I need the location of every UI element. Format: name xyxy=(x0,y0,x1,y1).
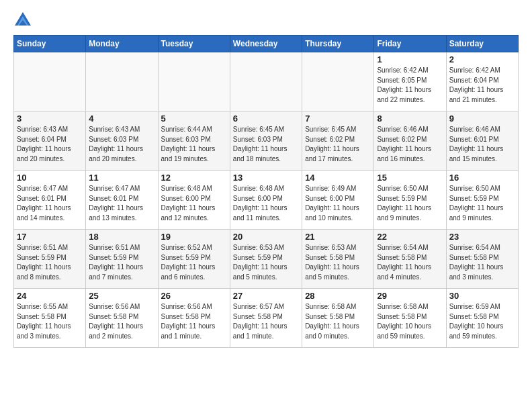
calendar-week-row: 1Sunrise: 6:42 AM Sunset: 6:05 PM Daylig… xyxy=(14,52,519,111)
calendar-cell: 4Sunrise: 6:43 AM Sunset: 6:03 PM Daylig… xyxy=(86,111,158,171)
weekday-header: Tuesday xyxy=(158,36,230,52)
day-detail: Sunrise: 6:45 AM Sunset: 6:03 PM Dayligh… xyxy=(233,125,299,164)
day-number: 14 xyxy=(305,173,371,183)
calendar-cell: 11Sunrise: 6:47 AM Sunset: 6:01 PM Dayli… xyxy=(86,171,158,230)
calendar-cell: 19Sunrise: 6:52 AM Sunset: 5:59 PM Dayli… xyxy=(158,230,230,289)
weekday-row: SundayMondayTuesdayWednesdayThursdayFrid… xyxy=(14,36,519,52)
day-detail: Sunrise: 6:47 AM Sunset: 6:01 PM Dayligh… xyxy=(89,184,154,223)
day-detail: Sunrise: 6:52 AM Sunset: 5:59 PM Dayligh… xyxy=(161,243,227,282)
calendar-table: SundayMondayTuesdayWednesdayThursdayFrid… xyxy=(13,35,519,348)
calendar-cell: 14Sunrise: 6:49 AM Sunset: 6:00 PM Dayli… xyxy=(302,171,374,230)
calendar-cell: 8Sunrise: 6:46 AM Sunset: 6:02 PM Daylig… xyxy=(374,111,446,171)
day-number: 30 xyxy=(449,291,515,301)
calendar-week-row: 10Sunrise: 6:47 AM Sunset: 6:01 PM Dayli… xyxy=(14,171,519,230)
day-number: 19 xyxy=(161,232,227,242)
day-detail: Sunrise: 6:54 AM Sunset: 5:58 PM Dayligh… xyxy=(377,243,443,282)
calendar-cell: 29Sunrise: 6:58 AM Sunset: 5:58 PM Dayli… xyxy=(374,289,446,348)
day-number: 18 xyxy=(89,232,154,242)
day-number: 5 xyxy=(161,113,227,124)
weekday-header: Wednesday xyxy=(230,36,302,52)
calendar-week-row: 24Sunrise: 6:55 AM Sunset: 5:58 PM Dayli… xyxy=(14,289,519,348)
day-detail: Sunrise: 6:47 AM Sunset: 6:01 PM Dayligh… xyxy=(17,184,83,223)
day-detail: Sunrise: 6:51 AM Sunset: 5:59 PM Dayligh… xyxy=(17,243,83,282)
calendar-cell: 20Sunrise: 6:53 AM Sunset: 5:59 PM Dayli… xyxy=(230,230,302,289)
day-number: 12 xyxy=(161,173,227,183)
day-number: 9 xyxy=(449,113,515,124)
day-detail: Sunrise: 6:58 AM Sunset: 5:58 PM Dayligh… xyxy=(377,302,443,341)
day-detail: Sunrise: 6:46 AM Sunset: 6:01 PM Dayligh… xyxy=(449,125,515,164)
day-detail: Sunrise: 6:45 AM Sunset: 6:02 PM Dayligh… xyxy=(305,125,371,164)
calendar-cell: 10Sunrise: 6:47 AM Sunset: 6:01 PM Dayli… xyxy=(14,171,86,230)
calendar-cell xyxy=(86,52,158,111)
day-number: 4 xyxy=(89,113,154,124)
day-number: 28 xyxy=(305,291,371,301)
day-number: 24 xyxy=(17,291,83,301)
calendar-cell: 3Sunrise: 6:43 AM Sunset: 6:04 PM Daylig… xyxy=(14,111,86,171)
calendar-cell: 12Sunrise: 6:48 AM Sunset: 6:00 PM Dayli… xyxy=(158,171,230,230)
day-detail: Sunrise: 6:43 AM Sunset: 6:03 PM Dayligh… xyxy=(89,125,154,164)
day-detail: Sunrise: 6:57 AM Sunset: 5:58 PM Dayligh… xyxy=(233,302,299,341)
day-number: 17 xyxy=(17,232,83,242)
calendar-cell xyxy=(302,52,374,111)
calendar-cell: 7Sunrise: 6:45 AM Sunset: 6:02 PM Daylig… xyxy=(302,111,374,171)
calendar-cell: 15Sunrise: 6:50 AM Sunset: 5:59 PM Dayli… xyxy=(374,171,446,230)
page: SundayMondayTuesdayWednesdayThursdayFrid… xyxy=(0,0,532,359)
day-number: 1 xyxy=(377,54,443,64)
day-number: 22 xyxy=(377,232,443,242)
day-detail: Sunrise: 6:53 AM Sunset: 5:59 PM Dayligh… xyxy=(233,243,299,282)
day-detail: Sunrise: 6:46 AM Sunset: 6:02 PM Dayligh… xyxy=(377,125,443,164)
day-number: 25 xyxy=(89,291,154,301)
calendar-cell: 9Sunrise: 6:46 AM Sunset: 6:01 PM Daylig… xyxy=(446,111,518,171)
day-number: 21 xyxy=(305,232,371,242)
calendar-cell: 25Sunrise: 6:56 AM Sunset: 5:58 PM Dayli… xyxy=(86,289,158,348)
day-detail: Sunrise: 6:54 AM Sunset: 5:58 PM Dayligh… xyxy=(449,243,515,282)
calendar-cell: 27Sunrise: 6:57 AM Sunset: 5:58 PM Dayli… xyxy=(230,289,302,348)
day-detail: Sunrise: 6:50 AM Sunset: 5:59 PM Dayligh… xyxy=(377,184,443,223)
day-detail: Sunrise: 6:51 AM Sunset: 5:59 PM Dayligh… xyxy=(89,243,154,282)
calendar-week-row: 3Sunrise: 6:43 AM Sunset: 6:04 PM Daylig… xyxy=(14,111,519,171)
day-number: 23 xyxy=(449,232,515,242)
day-number: 7 xyxy=(305,113,371,124)
calendar-cell: 18Sunrise: 6:51 AM Sunset: 5:59 PM Dayli… xyxy=(86,230,158,289)
day-detail: Sunrise: 6:50 AM Sunset: 5:59 PM Dayligh… xyxy=(449,184,515,223)
day-detail: Sunrise: 6:48 AM Sunset: 6:00 PM Dayligh… xyxy=(161,184,227,223)
day-detail: Sunrise: 6:58 AM Sunset: 5:58 PM Dayligh… xyxy=(305,302,371,341)
day-detail: Sunrise: 6:56 AM Sunset: 5:58 PM Dayligh… xyxy=(161,302,227,341)
calendar-cell: 28Sunrise: 6:58 AM Sunset: 5:58 PM Dayli… xyxy=(302,289,374,348)
day-detail: Sunrise: 6:48 AM Sunset: 6:00 PM Dayligh… xyxy=(233,184,299,223)
weekday-header: Friday xyxy=(374,36,446,52)
day-detail: Sunrise: 6:55 AM Sunset: 5:58 PM Dayligh… xyxy=(17,302,83,341)
calendar-body: 1Sunrise: 6:42 AM Sunset: 6:05 PM Daylig… xyxy=(14,52,519,348)
calendar-cell: 5Sunrise: 6:44 AM Sunset: 6:03 PM Daylig… xyxy=(158,111,230,171)
calendar-cell xyxy=(230,52,302,111)
day-number: 8 xyxy=(377,113,443,124)
calendar-cell: 2Sunrise: 6:42 AM Sunset: 6:04 PM Daylig… xyxy=(446,52,518,111)
day-detail: Sunrise: 6:53 AM Sunset: 5:58 PM Dayligh… xyxy=(305,243,371,282)
day-number: 26 xyxy=(161,291,227,301)
calendar-cell: 26Sunrise: 6:56 AM Sunset: 5:58 PM Dayli… xyxy=(158,289,230,348)
logo-icon xyxy=(13,11,32,30)
calendar-cell xyxy=(158,52,230,111)
day-number: 15 xyxy=(377,173,443,183)
day-number: 6 xyxy=(233,113,299,124)
weekday-header: Saturday xyxy=(446,36,518,52)
day-number: 13 xyxy=(233,173,299,183)
header xyxy=(13,11,519,30)
day-number: 3 xyxy=(17,113,83,124)
day-number: 11 xyxy=(89,173,154,183)
weekday-header: Thursday xyxy=(302,36,374,52)
day-number: 29 xyxy=(377,291,443,301)
calendar-cell: 17Sunrise: 6:51 AM Sunset: 5:59 PM Dayli… xyxy=(14,230,86,289)
day-detail: Sunrise: 6:44 AM Sunset: 6:03 PM Dayligh… xyxy=(161,125,227,164)
calendar-cell: 13Sunrise: 6:48 AM Sunset: 6:00 PM Dayli… xyxy=(230,171,302,230)
calendar-week-row: 17Sunrise: 6:51 AM Sunset: 5:59 PM Dayli… xyxy=(14,230,519,289)
day-number: 20 xyxy=(233,232,299,242)
calendar-cell: 24Sunrise: 6:55 AM Sunset: 5:58 PM Dayli… xyxy=(14,289,86,348)
calendar-cell: 16Sunrise: 6:50 AM Sunset: 5:59 PM Dayli… xyxy=(446,171,518,230)
day-detail: Sunrise: 6:56 AM Sunset: 5:58 PM Dayligh… xyxy=(89,302,154,341)
day-number: 10 xyxy=(17,173,83,183)
day-detail: Sunrise: 6:43 AM Sunset: 6:04 PM Dayligh… xyxy=(17,125,83,164)
calendar-cell: 6Sunrise: 6:45 AM Sunset: 6:03 PM Daylig… xyxy=(230,111,302,171)
calendar-cell xyxy=(14,52,86,111)
calendar-cell: 21Sunrise: 6:53 AM Sunset: 5:58 PM Dayli… xyxy=(302,230,374,289)
